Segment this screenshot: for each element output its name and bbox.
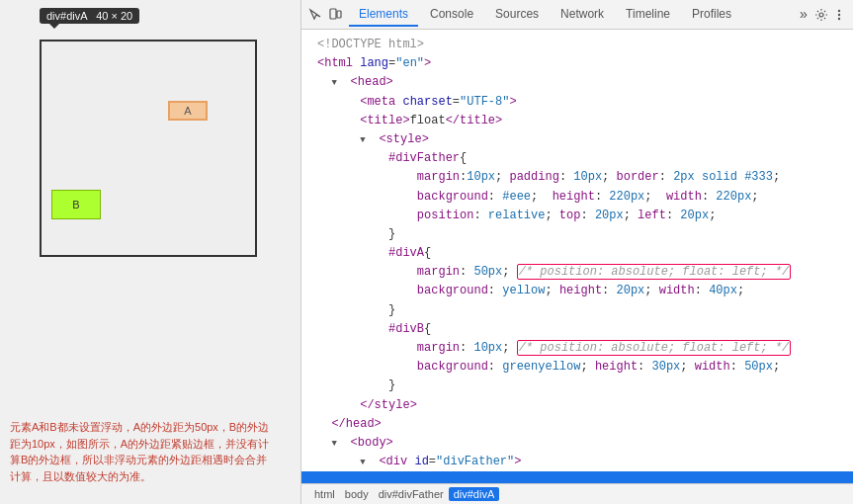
code-line: <title>float</title> — [301, 112, 853, 130]
more-tabs-icon[interactable]: » — [796, 7, 811, 23]
tab-elements[interactable]: Elements — [349, 3, 418, 27]
div-a-preview: A — [168, 101, 208, 121]
device-icon[interactable] — [327, 7, 343, 23]
svg-rect-0 — [330, 9, 336, 19]
tooltip-selector: div#divA — [46, 10, 87, 22]
kebab-icon[interactable] — [831, 7, 847, 23]
more-tabs: » — [796, 7, 847, 23]
explanation-text: 元素A和B都未设置浮动，A的外边距为50px，B的外边距为10px，如图所示，A… — [10, 419, 277, 484]
code-line: <style> — [301, 130, 853, 149]
code-line: <html lang="en"> — [301, 54, 853, 73]
code-line: <!DOCTYPE html> — [301, 36, 853, 54]
code-line: } — [301, 301, 853, 320]
code-line: #divFather{ — [301, 149, 853, 168]
code-line: </style> — [301, 396, 853, 415]
div-b-preview: B — [51, 190, 101, 219]
breadcrumb-html[interactable]: html — [309, 487, 340, 501]
div-father-preview: A B — [40, 40, 257, 257]
code-line-selected[interactable]: ... <div id="divA">A</div> == $0 — [301, 471, 853, 483]
code-line: } — [301, 377, 853, 395]
element-tooltip: div#divA 40 × 20 — [40, 8, 139, 24]
inspect-icon[interactable] — [307, 7, 323, 23]
devtools-topbar: Elements Console Sources Network Timelin… — [301, 0, 853, 30]
tab-network[interactable]: Network — [551, 3, 614, 27]
code-line: <body> — [301, 434, 853, 453]
tab-console[interactable]: Console — [420, 3, 483, 27]
svg-rect-1 — [337, 11, 341, 18]
svg-point-4 — [838, 13, 840, 15]
breadcrumb-body[interactable]: body — [340, 487, 374, 501]
code-line: #divA{ — [301, 244, 853, 263]
tooltip-dimensions: 40 × 20 — [96, 10, 132, 22]
code-line: } — [301, 225, 853, 244]
code-line: <div id="divFather"> — [301, 453, 853, 471]
code-line: #divB{ — [301, 320, 853, 339]
preview-panel: div#divA 40 × 20 A B 元素A和B都未设置浮动，A的外边距为5… — [0, 0, 301, 504]
svg-point-2 — [819, 13, 823, 17]
tab-profiles[interactable]: Profiles — [682, 3, 741, 27]
svg-point-5 — [838, 17, 840, 19]
code-line: position: relative; top: 20px; left: 20p… — [301, 207, 853, 225]
devtools-icons — [307, 7, 343, 23]
code-line: margin: 50px; /* position: absolute; flo… — [301, 263, 853, 282]
tab-sources[interactable]: Sources — [485, 3, 549, 27]
code-line: background: #eee; height: 220px; width: … — [301, 188, 853, 207]
code-line: margin:10px; padding: 10px; border: 2px … — [301, 168, 853, 187]
svg-point-3 — [838, 9, 840, 11]
settings-icon[interactable] — [813, 7, 829, 23]
code-line: </head> — [301, 415, 853, 434]
code-line: <head> — [301, 73, 853, 92]
code-area[interactable]: <!DOCTYPE html> <html lang="en"> <head> … — [301, 30, 853, 483]
code-line: margin: 10px; /* position: absolute; flo… — [301, 339, 853, 358]
tab-timeline[interactable]: Timeline — [616, 3, 680, 27]
code-line: background: yellow; height: 20px; width:… — [301, 282, 853, 300]
code-line: <meta charset="UTF-8"> — [301, 93, 853, 112]
breadcrumb-divfather[interactable]: div#divFather — [374, 487, 449, 501]
devtools-panel: Elements Console Sources Network Timelin… — [301, 0, 853, 504]
breadcrumb-diva[interactable]: div#divA — [449, 487, 500, 501]
breadcrumb: html body div#divFather div#divA — [301, 483, 853, 504]
code-line: background: greenyellow; height: 30px; w… — [301, 358, 853, 377]
